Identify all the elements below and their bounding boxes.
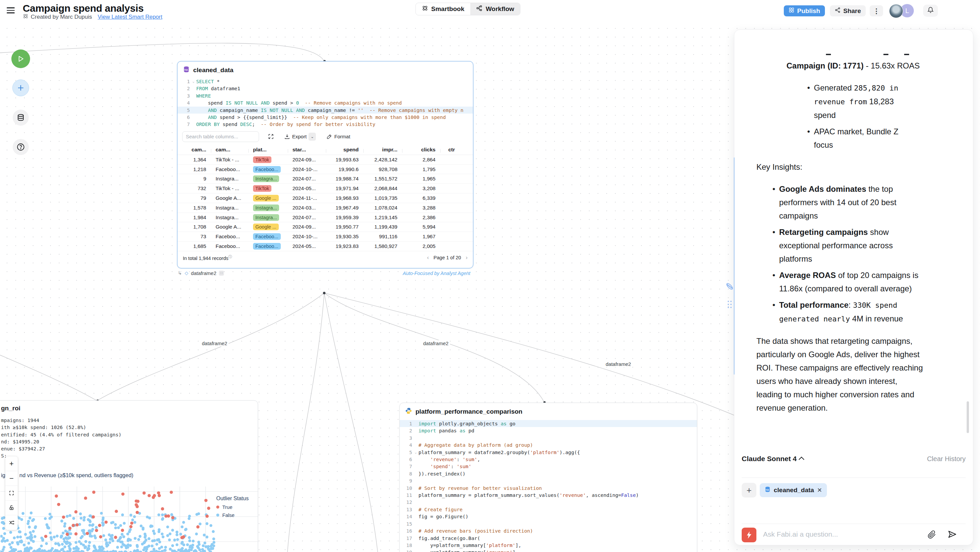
column-header[interactable]: impr... (363, 147, 402, 153)
run-workflow-button[interactable] (11, 49, 30, 68)
column-header[interactable]: star... (288, 147, 326, 153)
platform-badge-cell: TikTok (248, 156, 288, 163)
fit-view-button[interactable] (5, 486, 18, 501)
column-header[interactable]: cam... (178, 147, 211, 153)
canvas-controls: + − (5, 457, 18, 530)
list-item: APAC market, Bundle Z focus (807, 125, 918, 152)
pagination: ‹ Page 1 of 20 › (427, 254, 468, 261)
prev-page-icon[interactable]: ‹ (427, 254, 429, 261)
table-cell: 1,578 (178, 205, 211, 211)
code-line: 19 x=platform_summary['revenue'], (400, 549, 697, 552)
column-header[interactable]: spend (326, 147, 363, 153)
table-cell: 2024-10-... (288, 234, 326, 240)
table-row[interactable]: 9Instagra...Instagra...2024-07...19,988.… (178, 174, 473, 184)
table-row[interactable]: 1,364TikTok - ...TikTok2024-09...19,993.… (178, 155, 473, 165)
more-options-button[interactable]: ⋮ (870, 5, 883, 16)
python-editor[interactable]: 1import plotly.graph_objects as go2impor… (400, 420, 697, 552)
chart-title-fragment-2: nd vs Revenue (≥$10k spend, outliers fla… (19, 472, 134, 479)
table-row[interactable]: 1,708Google A...Google ...2024-09...19,9… (178, 222, 473, 232)
node-header: platform_performance_comparison (400, 403, 697, 419)
context-chip-cleaned-data[interactable]: SQL cleaned_data ✕ (760, 483, 827, 497)
auto-focus-note: Auto-Focused by Analyst Agent (403, 270, 470, 276)
table-cell: 19,959.39 (326, 215, 363, 221)
export-button[interactable]: Export ⌄ (284, 133, 316, 141)
platform-badge-cell: Google ... (248, 195, 288, 202)
table-cell: 991,116 (363, 234, 402, 240)
next-page-icon[interactable]: › (466, 254, 468, 261)
menu-icon[interactable] (7, 7, 15, 14)
search-input[interactable] (182, 131, 259, 142)
clear-history-button[interactable]: Clear History (927, 455, 966, 463)
table-row[interactable]: 1,578Instagra...Instagra...2024-03...19,… (178, 203, 473, 213)
node-title: platform_performance_comparison (415, 408, 522, 415)
table-cell: 1,708 (178, 224, 211, 230)
legend-item[interactable]: False (216, 512, 249, 518)
table-cell: Faceboo... (211, 166, 248, 172)
add-node-button[interactable] (13, 80, 29, 96)
model-selector[interactable]: Claude Sonnet 4 (742, 455, 804, 463)
share-button[interactable]: Share (830, 5, 866, 16)
user-avatar[interactable] (889, 4, 903, 18)
tab-smartbook[interactable]: Smartbook (416, 3, 470, 15)
table-row[interactable]: 1,218Faceboo...Faceboo...2024-10-...19,9… (178, 165, 473, 174)
record-count: In total 1,944 recordsⓘ (183, 254, 232, 261)
tab-workflow[interactable]: Workflow (470, 3, 520, 15)
drag-handle-icon[interactable] (726, 299, 733, 310)
output-dataframe-label[interactable]: dataframe2 (191, 270, 216, 276)
table-cell: Instagra... (211, 176, 248, 182)
list-item: Total performance: 330K spend generated … (772, 298, 919, 326)
legend-item[interactable]: True (216, 504, 249, 510)
column-header[interactable]: plat... (248, 147, 288, 153)
code-line: 8}).reset_index() (400, 470, 697, 477)
format-button[interactable]: Format (326, 134, 350, 139)
table-cell: 2,864 (402, 157, 440, 163)
add-context-button[interactable]: + (742, 483, 756, 498)
table-cell: 1,795 (402, 166, 440, 172)
byline: Created by Marc Dupuis View Latest Smart… (23, 13, 162, 21)
chat-input[interactable] (763, 530, 910, 538)
atom-icon (422, 5, 428, 13)
table-cell: 2024-09... (288, 157, 326, 163)
remove-chip-icon[interactable]: ✕ (817, 487, 822, 494)
lock-button[interactable] (5, 501, 18, 515)
dataframe-diamond-icon: ◇ (185, 270, 189, 276)
sql-editor[interactable]: 1⌄SELECT *2FROM dataframe13WHERE4 spend … (178, 78, 473, 128)
table-cell: 19,988.74 (326, 176, 363, 182)
publish-button[interactable]: Publish (784, 5, 825, 16)
code-line: 10# Sort by revenue for better visualiza… (400, 485, 697, 492)
top-bar: Campaign spend analysis Created by Marc … (0, 0, 980, 21)
table-row[interactable]: 79Google A...Google ...2024-11-...19,968… (178, 194, 473, 203)
node-campaign-roi[interactable]: gn_roi mpaigns: 1944 ith ≥$10k spend: 10… (0, 400, 258, 552)
message-anchor-icon[interactable] (725, 282, 735, 293)
table-row[interactable]: 1,984Instagra...Instagra...2024-07...19,… (178, 213, 473, 223)
table-cell: 2024-03... (288, 205, 326, 211)
smart-report-link[interactable]: View Latest Smart Report (98, 14, 162, 21)
table-cell: 19,930.35 (326, 234, 363, 240)
help-button[interactable] (13, 139, 29, 155)
column-header[interactable]: ctr (440, 147, 460, 153)
zoom-out-button[interactable]: − (5, 471, 18, 486)
chip-label: cleaned_data (774, 487, 814, 494)
summary-paragraph: The data shows that retargeting campaign… (756, 334, 925, 415)
column-header[interactable]: cam... (211, 147, 248, 153)
table-row[interactable]: 1,685Faceboo...Faceboo...2024-05...19,92… (178, 242, 473, 251)
data-sources-button[interactable] (13, 110, 29, 126)
table-cell: 2024-11-... (288, 195, 326, 201)
scrollbar-thumb[interactable] (967, 401, 969, 433)
notifications-button[interactable] (923, 5, 938, 17)
table-row[interactable]: 732TikTok - ...TikTok2024-05...19,971.94… (178, 184, 473, 194)
node-platform-performance[interactable]: platform_performance_comparison 1import … (399, 402, 697, 552)
send-icon[interactable] (948, 530, 957, 540)
table-cell: TikTok - ... (211, 157, 248, 163)
zoom-in-button[interactable]: + (5, 457, 18, 471)
attach-icon[interactable] (928, 530, 936, 540)
table-row[interactable]: 73Faceboo...Faceboo...2024-10-...19,930.… (178, 232, 473, 242)
byline-text: Created by Marc Dupuis (31, 14, 92, 21)
node-cleaned-data[interactable]: SQL cleaned_data 1⌄SELECT *2FROM datafra… (177, 61, 473, 268)
export-dropdown-chevron[interactable]: ⌄ (309, 133, 316, 141)
shuffle-button[interactable] (5, 515, 18, 530)
table-cell: Faceboo... (211, 243, 248, 249)
table-cell: 1,219,145 (363, 215, 402, 221)
column-header[interactable]: clicks (402, 147, 440, 153)
expand-table-icon[interactable] (268, 133, 274, 140)
